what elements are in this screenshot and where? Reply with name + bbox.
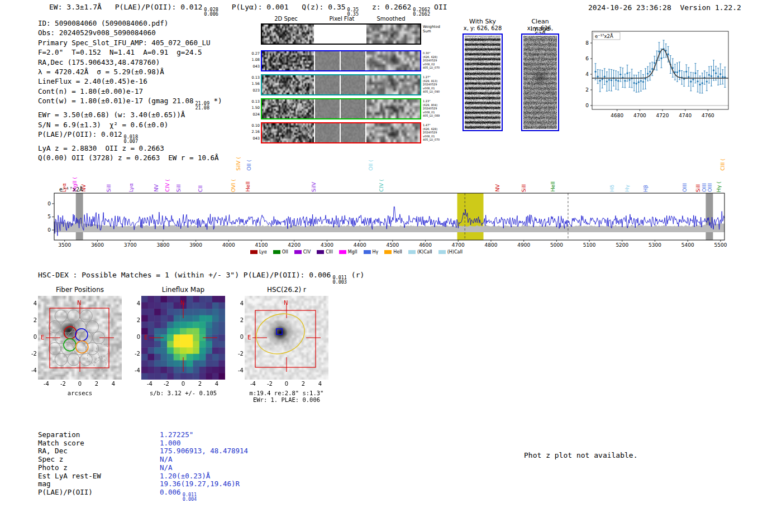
info-line: Obs: 20240529v008_5090084060 — [38, 28, 222, 37]
axis-tick-label: 2 — [235, 317, 244, 323]
cutout-image-panels: Fiber PositionsNE-4-4-2-2002244arcsecsLi… — [38, 286, 351, 406]
spec2d-col-header: 2D Spec — [261, 16, 311, 22]
legend-item: MgII — [339, 250, 357, 255]
axis-tick-label: 0 — [74, 381, 85, 387]
svg-text:4900: 4900 — [517, 242, 530, 248]
match-field-value: 1.27225" — [160, 431, 193, 439]
svg-text:3500: 3500 — [58, 242, 71, 248]
spec2d-row-right-labels: WeightedSum — [423, 25, 446, 33]
spec2d-row-strip — [261, 23, 421, 45]
svg-text:4500: 4500 — [386, 242, 399, 248]
panel-caption: m:19.4 re:2.8" s:1.3" — [233, 390, 340, 396]
clean-image — [521, 33, 559, 131]
spec-line-label: CII — [198, 185, 203, 192]
match-field-value: 0.0060.0110.004 — [160, 488, 197, 501]
info-line: λ = 4720.42Å σ = 5.29(±0.98)Å — [38, 67, 222, 76]
legend-swatch — [339, 250, 346, 254]
summary-header: EW: 3.3±1.7Å P(LAE)/P(OII): 0.0120.0280.… — [49, 3, 447, 16]
axis-tick-label: 4 — [131, 300, 140, 306]
legend-item: Hγ — [364, 250, 379, 255]
spec-line-label: SiII — [106, 184, 112, 192]
match-table-row: P(LAE)/P(OII)0.0060.0110.004 — [38, 488, 248, 501]
spec-line-label: OII ( — [368, 160, 374, 171]
axis-tick-label: 4 — [108, 381, 119, 387]
spec2d-row-left-labels: 0.131.56023 — [249, 75, 260, 94]
spec-line-label: CIV ( — [165, 179, 170, 192]
svg-text:E: E — [144, 334, 147, 341]
plya-value: P(Lyα): 0.001 — [232, 3, 289, 11]
spec2d-row-right-labels: 1.23"(629, 804)20240529v008_01405_LU_089 — [423, 99, 446, 118]
match-field-label: mag — [38, 480, 160, 488]
axis-tick-label: 2 — [131, 317, 140, 323]
panel-title: Fiber Positions — [38, 286, 122, 294]
hsc-plae-fraction: 0.0110.003 — [332, 275, 347, 284]
svg-text:5500: 5500 — [714, 242, 727, 248]
info-line: S/N = 6.9(±1.3) χ² = 0.6(±0.0) — [38, 120, 222, 130]
axis-tick-label: -4 — [131, 367, 140, 373]
info-line: EWr = 3.50(±0.68) (w: 3.40(±0.65))Å — [38, 110, 222, 119]
svg-text:6: 6 — [585, 56, 589, 61]
svg-text:4000: 4000 — [222, 242, 235, 248]
spec2d-row-left-labels: 0.131.50024 — [249, 99, 260, 118]
axis-tick-label: -2 — [235, 351, 244, 357]
svg-text:3700: 3700 — [124, 242, 137, 248]
info-line: ID: 5090084060 (5090084060.pdf) — [38, 18, 222, 28]
spectrum-legend: LyαOIICIVCIIIMgIIHγHeII(K)CaII(H)CaII — [250, 250, 462, 255]
qz-value: Q(z): 0.350.350.35 — [302, 3, 359, 11]
legend-item: (H)CaII — [438, 250, 462, 255]
spec-line-label: SiIV ( — [236, 157, 241, 171]
spec2d-row-strip — [261, 74, 421, 95]
spec-line-label: HeII — [245, 181, 251, 192]
svg-text:5300: 5300 — [649, 242, 661, 248]
spec2d-row-strip — [261, 122, 421, 143]
axis-tick-label: -2 — [58, 381, 69, 387]
axis-tick-label: 4 — [235, 300, 244, 306]
legend-label: (H)CaII — [447, 250, 462, 255]
panel-caption: s/b: 3.12 +/- 0.105 — [130, 390, 236, 396]
axis-tick-label: -4 — [144, 381, 155, 387]
spec-line-label: NV — [495, 184, 500, 192]
axis-tick-label: 0 — [178, 381, 189, 387]
legend-swatch — [408, 250, 416, 254]
match-field-label: RA, Dec — [38, 447, 160, 456]
spec-line-label: OVI ( — [231, 179, 236, 192]
spec2d-row-right-labels: 1.27"(629, 813)20240529v008_01405_LU_090 — [423, 75, 446, 94]
legend-swatch — [250, 250, 258, 254]
info-line: LineFlux = 2.40(±0.45)e-16 — [38, 76, 222, 86]
detection-info-block: ID: 5090084060 (5090084060.pdf)Obs: 2024… — [38, 18, 222, 163]
svg-text:N: N — [77, 300, 81, 306]
spec-line-label: CIII ( — [720, 159, 726, 171]
axis-tick-label: 2 — [91, 381, 102, 387]
match-field-label: Match score — [38, 439, 160, 448]
axis-tick-label: -2 — [28, 351, 37, 357]
legend-swatch — [294, 250, 302, 254]
svg-text:0: 0 — [585, 103, 589, 108]
match-field-label: Photo z — [38, 464, 160, 472]
axis-tick-label: 4 — [211, 381, 222, 387]
axis-tick-label: -4 — [41, 381, 52, 387]
sky-panel-title: With Sky — [462, 18, 503, 25]
svg-text:8: 8 — [585, 40, 589, 46]
spec2d-col-header: Pixel Flat — [317, 16, 367, 22]
axis-tick-label: 2 — [28, 317, 37, 323]
legend-label: Lyα — [259, 250, 267, 255]
svg-text:5000: 5000 — [550, 242, 563, 248]
spec-line-label: SiII — [695, 184, 701, 192]
svg-text:3900: 3900 — [189, 242, 202, 248]
panel-title: HSC(26.2) r — [245, 286, 328, 294]
svg-text:4700: 4700 — [452, 242, 465, 248]
info-line: Cont(w) = 1.80(±0.01)e-17 (gmag 21.0821.… — [38, 96, 222, 110]
photz-note: Phot z plot not available. — [524, 451, 638, 459]
match-table-row: Est LyA rest-EW1.20(±0.23)Å — [38, 472, 248, 481]
info-line: P(LAE)/P(OII): 0.0120.0180.007 — [38, 130, 222, 143]
svg-text:4400: 4400 — [354, 242, 366, 248]
spec-line-label: OIII — [682, 183, 688, 192]
match-table-row: Spec zN/A — [38, 456, 248, 464]
legend-label: CIV — [303, 250, 311, 255]
hsc-match-header: HSC-DEX : Possible Matches = 1 (within +… — [38, 271, 364, 284]
match-table-row: Match score1.000 — [38, 439, 248, 448]
spec-line-label: Hγ — [624, 185, 630, 192]
legend-item: CIV — [294, 250, 311, 255]
axis-tick-label: 0 — [131, 334, 140, 340]
legend-item: CIII — [317, 250, 333, 255]
